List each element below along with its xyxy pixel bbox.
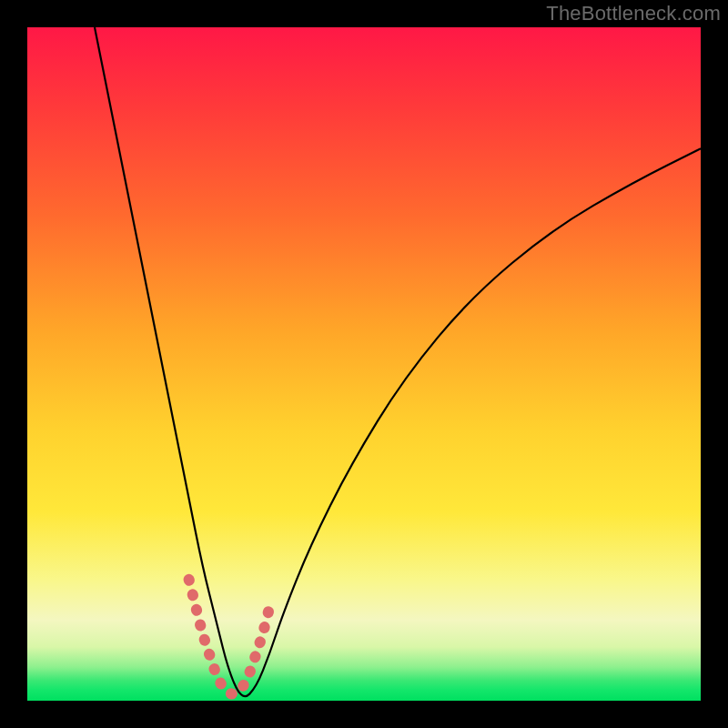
highlight-band <box>189 580 270 694</box>
curve-svg <box>27 27 701 701</box>
main-curve <box>95 27 701 696</box>
chart-frame: TheBottleneck.com <box>0 0 728 728</box>
watermark-text: TheBottleneck.com <box>546 2 721 25</box>
plot-area <box>27 27 701 701</box>
